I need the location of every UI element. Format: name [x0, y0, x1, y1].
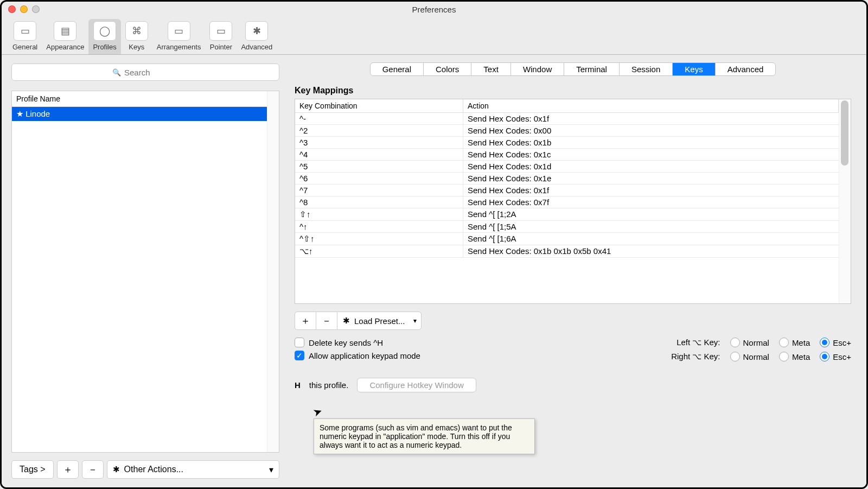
mapping-key: ^6 — [295, 173, 463, 184]
tab-advanced[interactable]: Advanced — [716, 63, 776, 75]
left-normal-radio[interactable] — [730, 338, 740, 347]
mapping-action: Send Hex Codes: 0x1b — [463, 137, 839, 148]
toolbar-item-keys[interactable]: ⌘Keys — [121, 19, 152, 54]
left-meta-radio[interactable] — [779, 338, 789, 347]
profile-search[interactable]: 🔍 — [11, 63, 279, 81]
titlebar: Preferences — [2, 2, 866, 17]
mapping-row[interactable]: ^3Send Hex Codes: 0x1b — [295, 137, 839, 149]
col-action-header[interactable]: Action — [463, 99, 839, 113]
advanced-icon: ✱ — [245, 21, 268, 41]
pointer-icon: ▭ — [209, 21, 232, 41]
other-actions-label: Other Actions... — [124, 465, 183, 474]
general-icon: ▭ — [14, 21, 36, 41]
minimize-window-button[interactable] — [20, 5, 28, 13]
mapping-row[interactable]: ^7Send Hex Codes: 0x1f — [295, 185, 839, 196]
right-esc-radio[interactable] — [820, 352, 829, 361]
delete-sends-h-row: Delete key sends ^H — [295, 338, 420, 347]
tab-terminal[interactable]: Terminal — [564, 63, 620, 75]
search-input[interactable] — [124, 68, 178, 77]
mapping-row[interactable]: ^4Send Hex Codes: 0x1c — [295, 149, 839, 161]
right-option-label: Right ⌥ Key: — [650, 352, 720, 361]
mapping-row[interactable]: ^8Send Hex Codes: 0x7f — [295, 196, 839, 208]
mapping-row[interactable]: ⌥↑Send Hex Codes: 0x1b 0x1b 0x5b 0x41 — [295, 245, 839, 258]
mapping-row[interactable]: ⇧↑Send ^[ [1;2A — [295, 208, 839, 221]
keypad-mode-row: ✓ Allow application keypad mode — [295, 351, 420, 360]
toolbar-item-general[interactable]: ▭General — [8, 19, 42, 54]
toolbar-label: General — [12, 43, 37, 51]
left-option-label: Left ⌥ Key: — [650, 338, 720, 347]
delete-sends-h-checkbox[interactable] — [295, 338, 304, 347]
gear-icon: ✱ — [343, 316, 350, 326]
profile-bottom-bar: Tags > ＋ － ✱ Other Actions... ▾ — [11, 460, 279, 479]
profile-scrollbar[interactable] — [267, 91, 279, 452]
mapping-row[interactable]: ^⇧↑Send ^[ [1;6A — [295, 233, 839, 245]
configure-hotkey-button[interactable]: Configure Hotkey Window — [357, 378, 476, 392]
mapping-action: Send ^[ [1;5A — [463, 221, 839, 232]
right-normal-radio[interactable] — [730, 352, 740, 361]
mapping-row[interactable]: ^6Send Hex Codes: 0x1e — [295, 173, 839, 185]
tab-general[interactable]: General — [371, 63, 424, 75]
tab-text[interactable]: Text — [471, 63, 511, 75]
add-mapping-button[interactable]: ＋ — [295, 312, 316, 330]
chevron-down-icon: ▾ — [269, 465, 273, 475]
remove-profile-button[interactable]: － — [82, 460, 104, 479]
mapping-action: Send ^[ [1;6A — [463, 233, 839, 245]
remove-mapping-button[interactable]: － — [316, 312, 337, 330]
toolbar-label: Keys — [129, 43, 144, 51]
other-actions-dropdown[interactable]: ✱ Other Actions... ▾ — [107, 460, 279, 479]
mappings-scrollbar[interactable] — [839, 99, 851, 303]
mapping-key: ^5 — [295, 161, 463, 172]
profile-list-header: Profile Name — [12, 91, 267, 107]
hotkey-row: H this profile. Configure Hotkey Window — [295, 378, 851, 392]
mapping-action: Send Hex Codes: 0x1f — [463, 185, 839, 196]
mapping-row[interactable]: ^2Send Hex Codes: 0x00 — [295, 125, 839, 137]
keypad-mode-checkbox[interactable]: ✓ — [295, 351, 304, 360]
load-preset-dropdown[interactable]: ✱ Load Preset... — [337, 312, 422, 330]
add-profile-button[interactable]: ＋ — [57, 460, 79, 479]
hotkey-heading-initial: H — [295, 380, 301, 390]
toolbar-item-profiles[interactable]: ◯Profiles — [88, 19, 120, 54]
mapping-key: ^⇧↑ — [295, 233, 463, 245]
profiles-sidebar: 🔍 Profile Name ★ Linode Tags > ＋ － ✱ Oth… — [2, 55, 289, 487]
tab-colors[interactable]: Colors — [424, 63, 471, 75]
profile-row-selected[interactable]: ★ Linode — [12, 107, 267, 121]
toolbar-item-appearance[interactable]: ▤Appearance — [42, 19, 88, 54]
toolbar-label: Pointer — [210, 43, 232, 51]
toolbar-label: Arrangements — [157, 43, 201, 51]
key-options: Delete key sends ^H ✓ Allow application … — [295, 338, 851, 361]
tab-window[interactable]: Window — [511, 63, 564, 75]
keypad-mode-label: Allow application keypad mode — [309, 351, 420, 360]
close-window-button[interactable] — [8, 5, 16, 13]
mapping-key: ⇧↑ — [295, 208, 463, 220]
key-mappings-table: Key Combination Action ^-Send Hex Codes:… — [295, 99, 851, 304]
mapping-key: ^2 — [295, 125, 463, 136]
arrangements-icon: ▭ — [168, 21, 190, 41]
zoom-window-button[interactable] — [32, 5, 40, 13]
toolbar-item-arrangements[interactable]: ▭Arrangements — [152, 19, 206, 54]
mapping-row[interactable]: ^↑Send ^[ [1;5A — [295, 221, 839, 233]
mapping-action: Send Hex Codes: 0x1f — [463, 113, 839, 124]
mapping-row[interactable]: ^-Send Hex Codes: 0x1f — [295, 113, 839, 125]
search-icon: 🔍 — [112, 68, 121, 77]
mapping-key: ^3 — [295, 137, 463, 148]
left-esc-radio[interactable] — [820, 338, 829, 347]
key-mappings-heading: Key Mappings — [295, 86, 851, 96]
tab-keys[interactable]: Keys — [673, 63, 715, 75]
mapping-action: Send Hex Codes: 0x7f — [463, 196, 839, 208]
toolbar-label: Profiles — [93, 43, 116, 51]
tab-session[interactable]: Session — [620, 63, 673, 75]
pref-toolbar: ▭General▤Appearance◯Profiles⌘Keys▭Arrang… — [2, 17, 866, 55]
mapping-row[interactable]: ^5Send Hex Codes: 0x1d — [295, 161, 839, 173]
right-meta-radio[interactable] — [779, 352, 789, 361]
mapping-key: ^↑ — [295, 221, 463, 232]
mappings-controls: ＋ － ✱ Load Preset... — [295, 312, 851, 330]
mapping-key: ⌥↑ — [295, 245, 463, 257]
window-controls — [8, 5, 40, 13]
toolbar-label: Appearance — [46, 43, 84, 51]
gear-icon: ✱ — [113, 465, 120, 474]
col-key-header[interactable]: Key Combination — [295, 99, 463, 113]
toolbar-item-advanced[interactable]: ✱Advanced — [237, 19, 277, 54]
toolbar-item-pointer[interactable]: ▭Pointer — [205, 19, 237, 54]
tags-button[interactable]: Tags > — [11, 460, 54, 479]
left-option-key-row: Left ⌥ Key: Normal Meta Esc+ — [442, 338, 851, 347]
